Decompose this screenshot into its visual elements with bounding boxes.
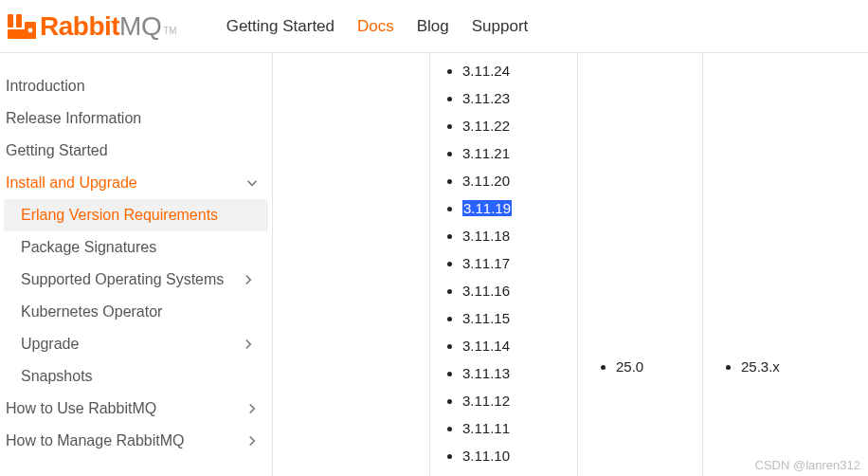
sidebar-label: Install and Upgrade [6,174,137,192]
version-link-3-11-19[interactable]: 3.11.19 [462,200,512,216]
topnav-docs[interactable]: Docs [357,17,394,36]
version-item: 3.11.22 [462,112,560,139]
sidebar-item-install-and-upgrade[interactable]: Install and Upgrade [0,167,272,199]
version-link-3-11-12[interactable]: 3.11.12 [462,393,510,409]
logo-tm: TM [163,26,176,42]
topnav-getting-started[interactable]: Getting Started [226,17,335,36]
chevron-right-icon [240,271,257,288]
version-item: 3.11.21 [462,139,560,167]
chevron-right-icon [244,400,261,417]
version-link-3-11-24[interactable]: 3.11.24 [462,63,510,79]
chevron-right-icon [240,336,257,353]
version-link-3-11-13[interactable]: 3.11.13 [462,365,510,381]
watermark: CSDN @lanren312 [755,458,860,472]
version-item: 3.11.18 [462,222,560,249]
sidebar-item-how-to-manage-rabbitmq[interactable]: How to Manage RabbitMQ [0,425,272,457]
sidebar-sub-snapshots[interactable]: Snapshots [4,360,268,393]
version-link-3-11-10[interactable]: 3.11.10 [462,448,510,464]
sidebar-label: Package Signatures [21,239,156,256]
version-link-3-11-11[interactable]: 3.11.11 [462,420,510,436]
sidebar-sub-erlang-version-requirements[interactable]: Erlang Version Requirements [4,199,268,231]
version-item: 3.11.15 [462,304,560,332]
svg-rect-0 [8,14,13,27]
sidebar-item-release-information[interactable]: Release Information [0,102,272,135]
logo[interactable]: RabbitMQ TM [8,11,185,42]
sidebar-label: Upgrade [21,336,79,353]
version-item: 3.11.23 [462,84,560,112]
svg-point-4 [28,27,33,32]
version-link-3-11-20[interactable]: 3.11.20 [462,173,510,189]
logo-text-rabbit: Rabbit [40,11,119,42]
sidebar-label: How to Manage RabbitMQ [6,432,185,449]
table-col-rabbitmq-versions: 3.11.243.11.233.11.223.11.213.11.203.11.… [430,53,578,476]
version-link-3-11-22[interactable]: 3.11.22 [462,118,510,134]
version-item: 3.11.11 [462,414,560,442]
chevron-right-icon [244,432,261,449]
topnav-blog[interactable]: Blog [417,17,449,36]
version-link-3-11-16[interactable]: 3.11.16 [462,283,510,299]
version-item: 3.11.14 [462,332,560,359]
version-item: 3.11.12 [462,387,560,414]
sidebar-item-introduction[interactable]: Introduction [0,70,272,102]
logo-text-mq: MQ [119,11,161,42]
min-erlang-value: 25.0 [616,358,691,375]
table-col-min-erlang: 25.0 [578,53,703,476]
version-item: 3.11.24 [462,57,560,84]
sidebar: IntroductionRelease InformationGetting S… [0,53,273,476]
sidebar-label: Release Information [6,110,141,127]
sidebar-sub-kubernetes-operator[interactable]: Kubernetes Operator [4,296,268,328]
version-item: 3.11.13 [462,359,560,387]
top-nav: Getting StartedDocsBlogSupport [226,17,529,36]
sidebar-item-getting-started[interactable]: Getting Started [0,135,272,167]
table-col-max-erlang: 25.3.x [703,53,868,476]
sidebar-label: Getting Started [6,142,108,159]
sidebar-label: Erlang Version Requirements [21,207,218,224]
header: RabbitMQ TM Getting StartedDocsBlogSuppo… [0,0,868,53]
sidebar-sub-upgrade[interactable]: Upgrade [4,328,268,360]
sidebar-label: Kubernetes Operator [21,303,162,320]
topnav-support[interactable]: Support [472,17,529,36]
main-content: 3.11.243.11.233.11.223.11.213.11.203.11.… [273,53,868,476]
version-item: 3.11.19 [462,194,560,222]
sidebar-label: How to Use RabbitMQ [6,400,156,417]
version-link-3-11-18[interactable]: 3.11.18 [462,228,510,244]
sidebar-label: Supported Operating Systems [21,271,224,288]
version-link-3-11-15[interactable]: 3.11.15 [462,310,510,326]
version-item: 3.11.20 [462,167,560,194]
sidebar-sub-package-signatures[interactable]: Package Signatures [4,231,268,264]
version-link-3-11-21[interactable]: 3.11.21 [462,145,510,161]
version-item: 3.11.10 [462,442,560,469]
sidebar-label: Introduction [6,78,85,95]
svg-rect-1 [16,14,22,27]
sidebar-sub-supported-operating-systems[interactable]: Supported Operating Systems [4,264,268,296]
version-link-3-11-14[interactable]: 3.11.14 [462,338,510,354]
sidebar-item-how-to-use-rabbitmq[interactable]: How to Use RabbitMQ [0,393,272,425]
version-list: 3.11.243.11.233.11.223.11.213.11.203.11.… [447,57,560,469]
version-link-3-11-17[interactable]: 3.11.17 [462,255,510,271]
version-item: 3.11.16 [462,277,560,304]
rabbitmq-logo-icon [8,14,36,39]
version-link-3-11-23[interactable]: 3.11.23 [462,90,510,106]
max-erlang-value: 25.3.x [741,358,857,375]
version-item: 3.11.17 [462,249,560,277]
sidebar-label: Snapshots [21,368,93,385]
chevron-down-icon [244,174,261,192]
table-col-spacer [273,53,430,476]
